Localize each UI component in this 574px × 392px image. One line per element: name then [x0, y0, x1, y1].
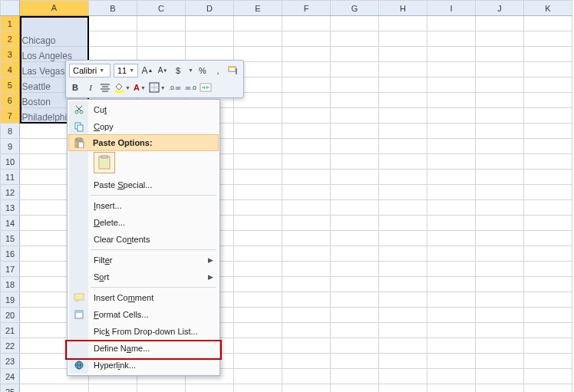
cell-I11[interactable]: [427, 170, 476, 185]
cell-H21[interactable]: [379, 323, 427, 338]
cell-J14[interactable]: [476, 216, 524, 231]
row-header-15[interactable]: 15: [1, 231, 20, 246]
cell-E17[interactable]: [234, 262, 282, 277]
cell-K13[interactable]: [524, 200, 572, 216]
cell-H1[interactable]: [379, 16, 427, 31]
cell-H2[interactable]: [379, 31, 427, 47]
bold-button[interactable]: B: [69, 81, 81, 94]
font-combo[interactable]: Calibri▼: [69, 64, 111, 77]
cell-J19[interactable]: [476, 292, 524, 308]
cell-E23[interactable]: [234, 354, 282, 369]
borders-button[interactable]: ▼: [149, 82, 166, 93]
cell-I22[interactable]: [427, 338, 476, 354]
cell-F22[interactable]: [282, 338, 331, 354]
cell-K8[interactable]: [524, 124, 572, 139]
cell-A1[interactable]: New York: [20, 16, 89, 31]
menu-define-name[interactable]: Define Name...: [69, 340, 218, 357]
cell-G8[interactable]: [331, 124, 379, 139]
center-align-button[interactable]: [100, 83, 111, 92]
cell-K12[interactable]: [524, 185, 572, 200]
cell-K24[interactable]: [524, 369, 572, 384]
cell-F9[interactable]: [282, 139, 331, 154]
cell-G18[interactable]: [331, 277, 379, 292]
cell-H23[interactable]: [379, 354, 427, 369]
cell-G19[interactable]: [331, 292, 379, 308]
cell-F6[interactable]: [282, 93, 331, 108]
cell-G7[interactable]: [331, 108, 379, 124]
cell-E10[interactable]: [234, 154, 282, 170]
cell-K11[interactable]: [524, 170, 572, 185]
cell-B2[interactable]: [89, 31, 137, 47]
row-header-23[interactable]: 23: [1, 354, 20, 369]
cell-F15[interactable]: [282, 231, 331, 246]
cell-D25[interactable]: [186, 384, 234, 393]
row-header-14[interactable]: 14: [1, 216, 20, 231]
cell-I7[interactable]: [427, 108, 476, 124]
cell-F18[interactable]: [282, 277, 331, 292]
cell-F8[interactable]: [282, 124, 331, 139]
cell-H5[interactable]: [379, 77, 427, 93]
italic-button[interactable]: I: [84, 81, 97, 94]
menu-format-cells[interactable]: Format Cells...: [69, 306, 218, 323]
cell-J3[interactable]: [476, 47, 524, 62]
cell-A25[interactable]: [20, 384, 89, 393]
cell-C2[interactable]: [137, 31, 186, 47]
cell-D2[interactable]: [186, 31, 234, 47]
cell-C1[interactable]: [137, 16, 186, 31]
cell-I12[interactable]: [427, 185, 476, 200]
cell-G9[interactable]: [331, 139, 379, 154]
row-header-7[interactable]: 7: [1, 108, 20, 124]
cell-I9[interactable]: [427, 139, 476, 154]
cell-H6[interactable]: [379, 93, 427, 108]
cell-J4[interactable]: [476, 62, 524, 77]
col-header-E[interactable]: E: [234, 1, 282, 16]
cell-K21[interactable]: [524, 323, 572, 338]
row-header-20[interactable]: 20: [1, 308, 20, 323]
cell-H8[interactable]: [379, 124, 427, 139]
row-header-11[interactable]: 11: [1, 170, 20, 185]
cell-I17[interactable]: [427, 262, 476, 277]
cell-F14[interactable]: [282, 216, 331, 231]
cell-G24[interactable]: [331, 369, 379, 384]
cell-J5[interactable]: [476, 77, 524, 93]
cell-K7[interactable]: [524, 108, 572, 124]
cell-B1[interactable]: [89, 16, 137, 31]
cell-I6[interactable]: [427, 93, 476, 108]
cell-F4[interactable]: [282, 62, 331, 77]
cell-G12[interactable]: [331, 185, 379, 200]
cell-E15[interactable]: [234, 231, 282, 246]
currency-button[interactable]: $: [172, 64, 184, 77]
cell-K1[interactable]: [524, 16, 572, 31]
cell-G11[interactable]: [331, 170, 379, 185]
cell-C25[interactable]: [137, 384, 186, 393]
cell-E13[interactable]: [234, 200, 282, 216]
cell-I24[interactable]: [427, 369, 476, 384]
row-header-6[interactable]: 6: [1, 93, 20, 108]
cell-G17[interactable]: [331, 262, 379, 277]
cell-J2[interactable]: [476, 31, 524, 47]
col-header-J[interactable]: J: [476, 1, 524, 16]
cell-K14[interactable]: [524, 216, 572, 231]
fill-color-button[interactable]: ▼: [114, 82, 130, 93]
comma-style-button[interactable]: ,: [212, 64, 224, 77]
col-header-H[interactable]: H: [379, 1, 427, 16]
cell-G22[interactable]: [331, 338, 379, 354]
cell-H16[interactable]: [379, 246, 427, 262]
cell-G25[interactable]: [331, 384, 379, 393]
cell-F20[interactable]: [282, 308, 331, 323]
format-painter-button[interactable]: [227, 64, 239, 77]
cell-E8[interactable]: [234, 124, 282, 139]
cell-I18[interactable]: [427, 277, 476, 292]
cell-E16[interactable]: [234, 246, 282, 262]
cell-I23[interactable]: [427, 354, 476, 369]
cell-G5[interactable]: [331, 77, 379, 93]
cell-F3[interactable]: [282, 47, 331, 62]
cell-I13[interactable]: [427, 200, 476, 216]
menu-cut[interactable]: Cut: [69, 101, 218, 118]
cell-K15[interactable]: [524, 231, 572, 246]
cell-F1[interactable]: [282, 16, 331, 31]
merge-center-button[interactable]: [200, 81, 212, 94]
row-header-22[interactable]: 22: [1, 338, 20, 354]
cell-K17[interactable]: [524, 262, 572, 277]
cell-H14[interactable]: [379, 216, 427, 231]
